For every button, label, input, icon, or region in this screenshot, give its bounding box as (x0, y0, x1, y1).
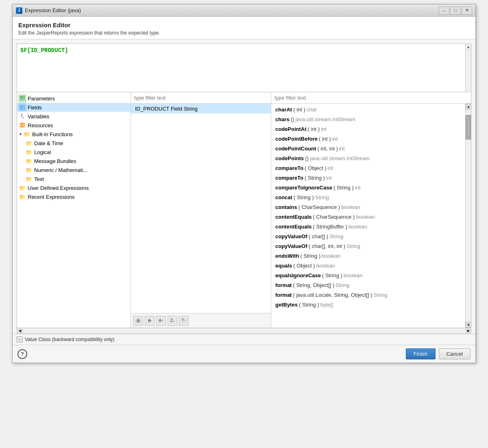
value-class-label: Value Class (backward compatibility only… (25, 337, 115, 342)
resources-label: Resources (28, 122, 53, 128)
method-item[interactable]: chars() java.util.stream.IntStream (271, 114, 465, 124)
method-name: codePointAt (275, 125, 307, 133)
tree-panel[interactable]: Parameters Fields fx V (17, 92, 131, 328)
method-name: codePoints (275, 154, 304, 163)
method-params: ( Object ) (293, 262, 315, 270)
method-return: byte[] (320, 301, 333, 309)
fx-btn[interactable]: fx (145, 316, 155, 326)
method-item[interactable]: compareTo( Object ) int (271, 163, 465, 173)
right-filter-input[interactable] (271, 92, 471, 104)
tree-item-parameters[interactable]: Parameters (17, 94, 131, 103)
tree-item-builtin[interactable]: ▼ 📁 Built-in Functions (17, 130, 131, 139)
tree-item-userdefined[interactable]: 📁 User Defined Expressions (17, 183, 131, 192)
tree-item-msgbundles[interactable]: 📁 Message Bundles (17, 157, 131, 165)
method-item[interactable]: contentEquals( StringBuffer ) boolean (271, 222, 465, 231)
window-title: Expression Editor (java) (25, 7, 439, 13)
method-name: format (275, 281, 292, 289)
tree-item-text[interactable]: 📁 Text (17, 174, 131, 183)
scroll-up-btn[interactable]: ▲ (466, 104, 471, 109)
method-name: equals (275, 262, 292, 270)
fields-icon (19, 104, 26, 111)
tree-item-fields[interactable]: Fields (17, 103, 131, 112)
svg-rect-3 (20, 105, 25, 110)
app-icon: J (16, 7, 22, 14)
tree-item-datetime[interactable]: 📁 Date & Time (17, 139, 131, 148)
sort-type-btn[interactable]: T↑ (179, 316, 189, 326)
middle-item-id-product[interactable]: ID_PRODUCT Field String (131, 104, 271, 113)
finish-button[interactable]: Finish (406, 348, 436, 359)
text-label: Text (34, 176, 44, 182)
method-params: ( int ) (319, 135, 331, 143)
method-item[interactable]: compareToIgnoreCase( String ) int (271, 183, 465, 192)
value-class-expand[interactable]: + (17, 337, 22, 342)
method-name: chars (275, 115, 290, 124)
method-name: copyValueOf (275, 242, 307, 250)
settings-btn[interactable] (133, 316, 143, 326)
tree-item-logical[interactable]: 📁 Logical (17, 148, 131, 157)
fields-label: Fields (28, 104, 42, 111)
userdefined-label: User Defined Expressions (28, 185, 89, 191)
msgbundles-label: Message Bundles (34, 158, 76, 164)
datetime-label: Date & Time (34, 140, 63, 146)
hscroll-left[interactable]: ◀ (17, 328, 23, 333)
methods-scrollbar[interactable]: ▲ ▼ (465, 104, 471, 328)
recent-label: Recent Expressions (28, 194, 75, 200)
tree-item-recent[interactable]: 📁 Recent Expressions (17, 192, 131, 201)
method-item[interactable]: format( String, Object[] ) String (271, 280, 465, 290)
minimize-button[interactable]: – (439, 7, 449, 15)
sort-az-btn[interactable]: A↑ (156, 316, 166, 326)
scroll-down-btn[interactable]: ▼ (466, 322, 471, 328)
close-button[interactable]: ✕ (462, 7, 472, 15)
expression-scrollbar[interactable]: ▲ (465, 44, 471, 92)
method-item[interactable]: format( java.util.Locale, String, Object… (271, 290, 465, 300)
header-section: Expression Editor Edit the JasperReports… (13, 17, 475, 39)
msgbundles-folder-icon: 📁 (25, 157, 33, 165)
variables-icon: fx (19, 113, 26, 120)
tree-item-resources[interactable]: Resources (17, 121, 131, 130)
method-item[interactable]: copyValueOf( char[], int, int ) String (271, 241, 465, 251)
method-name: getBytes (275, 301, 298, 309)
method-item[interactable]: charAt( int ) char (271, 104, 465, 114)
method-params: ( java.util.Locale, String, Object[] ) (293, 291, 372, 299)
hscroll-right[interactable]: ▶ (465, 328, 471, 333)
sort-za-btn[interactable]: Z↓ (168, 316, 177, 326)
tree-hscrollbar[interactable]: ◀ ▶ (17, 328, 471, 334)
method-item[interactable]: codePoints() java.util.stream.IntStream (271, 153, 465, 163)
cancel-button[interactable]: Cancel (439, 348, 471, 359)
middle-filter-input[interactable] (131, 92, 271, 104)
method-item[interactable]: contains( CharSequence ) boolean (271, 202, 465, 212)
method-item[interactable]: codePointCount( int, int ) int (271, 144, 465, 153)
main-panels: Parameters Fields fx V (17, 92, 471, 328)
footer-buttons: Finish Cancel (406, 348, 471, 359)
method-params: ( int, int ) (317, 145, 338, 153)
scrollbar-thumb[interactable] (466, 115, 471, 139)
tree-item-numeric[interactable]: 📁 Numeric / Mathemati... (17, 165, 131, 174)
tree-item-variables[interactable]: fx Variables (17, 112, 131, 121)
userdefined-folder-icon: 📁 (19, 184, 26, 191)
method-item[interactable]: codePointAt( int ) int (271, 124, 465, 134)
method-name: equalsIgnoreCase (275, 272, 321, 280)
method-item[interactable]: copyValueOf( char[] ) String (271, 231, 465, 241)
method-item[interactable]: compareTo( String ) int (271, 173, 465, 183)
method-item[interactable]: contentEquals( CharSequence ) boolean (271, 212, 465, 222)
method-params: ( StringBuffer ) (313, 223, 347, 231)
scroll-up-arrow[interactable]: ▲ (466, 44, 471, 50)
expression-value: $F{ID_PRODUCT} (20, 47, 68, 54)
expand-triangle: ▼ (19, 132, 22, 136)
text-folder-icon: 📁 (25, 175, 33, 183)
expression-editor[interactable]: $F{ID_PRODUCT} ▲ (17, 43, 471, 92)
method-name: codePointCount (275, 145, 316, 153)
method-item[interactable]: equals( Object ) boolean (271, 261, 465, 270)
help-button[interactable]: ? (17, 349, 27, 359)
maximize-button[interactable]: □ (450, 7, 461, 15)
method-item[interactable]: codePointBefore( int ) int (271, 134, 465, 144)
method-item[interactable]: endsWith( String ) boolean (271, 251, 465, 261)
method-item[interactable]: equalsIgnoreCase( String ) boolean (271, 270, 465, 280)
method-return: boolean (356, 213, 375, 221)
method-item[interactable]: getBytes( String ) byte[] (271, 300, 465, 309)
method-return: String (346, 242, 360, 250)
method-name: compareTo (275, 164, 303, 172)
method-item[interactable]: concat( String ) String (271, 192, 465, 202)
middle-toolbar: fx A↑ Z↓ T↑ (131, 313, 271, 328)
builtin-label: Built-in Functions (32, 131, 73, 137)
